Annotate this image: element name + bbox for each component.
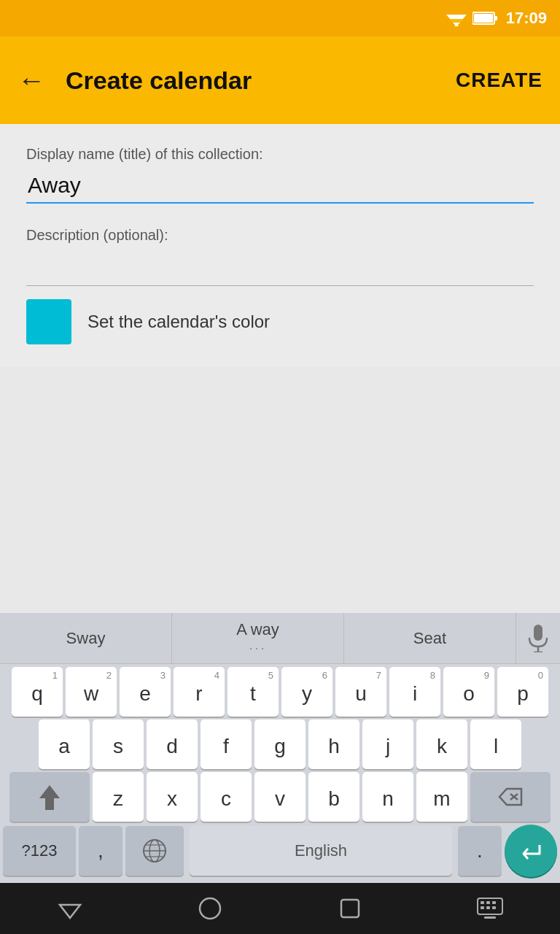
nav-back-icon	[56, 895, 84, 922]
key-p[interactable]: 0p	[497, 667, 548, 717]
display-name-group: Display name (title) of this collection:	[26, 146, 534, 204]
key-x[interactable]: x	[147, 772, 198, 822]
kb-row-1: 1q 2w 3e 4r 5t 6y 7u 8i 9o 0p	[3, 667, 557, 717]
space-key[interactable]: English	[190, 826, 452, 876]
suggestion-bar: Sway A way ··· Seat	[0, 613, 560, 664]
key-s[interactable]: s	[93, 719, 144, 769]
form-area: Display name (title) of this collection:…	[0, 124, 560, 366]
key-d[interactable]: d	[147, 719, 198, 769]
svg-rect-5	[494, 16, 497, 20]
key-a[interactable]: a	[39, 719, 90, 769]
svg-marker-10	[39, 785, 60, 808]
enter-icon	[519, 841, 542, 861]
key-w[interactable]: 2w	[66, 667, 117, 717]
kb-bottom-row: ?123 , English .	[3, 825, 557, 877]
status-bar: 17:09	[0, 0, 560, 36]
svg-rect-25	[492, 901, 496, 904]
svg-rect-28	[492, 906, 496, 909]
key-h[interactable]: h	[308, 719, 359, 769]
svg-marker-19	[60, 905, 80, 918]
globe-key[interactable]	[125, 826, 184, 876]
backspace-icon	[498, 787, 523, 806]
create-button[interactable]: CREATE	[456, 69, 542, 92]
mic-button[interactable]	[516, 613, 560, 663]
nav-keyboard-button[interactable]	[461, 887, 519, 930]
key-k[interactable]: k	[416, 719, 467, 769]
nav-back-button[interactable]	[41, 887, 99, 930]
suggestion-away[interactable]: A way ···	[172, 613, 344, 663]
key-i[interactable]: 8i	[389, 667, 440, 717]
keyboard-rows: 1q 2w 3e 4r 5t 6y 7u 8i 9o 0p a s d f g …	[0, 664, 560, 883]
nav-recent-icon	[339, 898, 361, 919]
battery-icon	[472, 11, 497, 26]
kb-row-3: z x c v b n m	[3, 772, 557, 822]
key-b[interactable]: b	[308, 772, 359, 822]
period-key[interactable]: .	[458, 826, 502, 876]
key-q[interactable]: 1q	[12, 667, 63, 717]
display-name-input[interactable]	[26, 170, 534, 204]
svg-rect-26	[481, 906, 484, 909]
key-u[interactable]: 7u	[335, 667, 386, 717]
nav-bar	[0, 883, 560, 934]
key-e[interactable]: 3e	[120, 667, 171, 717]
shift-icon	[38, 784, 61, 810]
description-input[interactable]	[26, 251, 534, 286]
num123-key[interactable]: ?123	[3, 826, 76, 876]
mic-icon	[528, 625, 548, 652]
color-label: Set the calendar's color	[88, 312, 270, 332]
svg-rect-27	[486, 906, 490, 909]
nav-keyboard-icon	[477, 898, 503, 919]
key-l[interactable]: l	[470, 719, 521, 769]
color-row[interactable]: Set the calendar's color	[26, 299, 534, 344]
key-c[interactable]: c	[201, 772, 252, 822]
key-j[interactable]: j	[362, 719, 413, 769]
nav-home-icon	[198, 896, 222, 921]
kb-row-2: a s d f g h j k l	[3, 719, 557, 769]
shift-key[interactable]	[9, 772, 90, 822]
suggestion-seat[interactable]: Seat	[344, 613, 516, 663]
description-group: Description (optional):	[26, 227, 534, 286]
nav-recent-button[interactable]	[321, 887, 379, 930]
svg-point-20	[200, 898, 220, 919]
suggestion-sway[interactable]: Sway	[0, 613, 172, 663]
svg-rect-7	[534, 625, 542, 641]
status-time: 17:09	[506, 9, 547, 28]
nav-home-button[interactable]	[181, 887, 239, 930]
svg-rect-21	[341, 900, 359, 917]
svg-rect-6	[474, 14, 493, 23]
key-m[interactable]: m	[416, 772, 467, 822]
svg-rect-23	[481, 901, 484, 904]
key-y[interactable]: 6y	[281, 667, 332, 717]
globe-icon	[142, 838, 167, 863]
display-name-label: Display name (title) of this collection:	[26, 146, 534, 163]
key-t[interactable]: 5t	[228, 667, 279, 717]
svg-rect-29	[484, 916, 496, 919]
back-button[interactable]: ←	[18, 65, 45, 96]
key-v[interactable]: v	[254, 772, 306, 822]
keyboard: Sway A way ··· Seat 1q 2w 3e 4r	[0, 613, 560, 883]
app-bar: ← Create calendar CREATE	[0, 36, 560, 124]
color-swatch[interactable]	[26, 299, 71, 344]
wifi-icon	[446, 10, 467, 26]
key-o[interactable]: 9o	[443, 667, 494, 717]
key-g[interactable]: g	[254, 719, 306, 769]
svg-rect-24	[486, 901, 490, 904]
comma-key[interactable]: ,	[79, 826, 122, 876]
key-f[interactable]: f	[201, 719, 252, 769]
enter-key[interactable]	[505, 825, 557, 877]
backspace-key[interactable]	[470, 772, 551, 822]
key-n[interactable]: n	[362, 772, 413, 822]
status-icons	[446, 10, 497, 26]
key-z[interactable]: z	[93, 772, 144, 822]
description-label: Description (optional):	[26, 227, 534, 244]
page-title: Create calendar	[66, 66, 456, 95]
key-r[interactable]: 4r	[174, 667, 225, 717]
